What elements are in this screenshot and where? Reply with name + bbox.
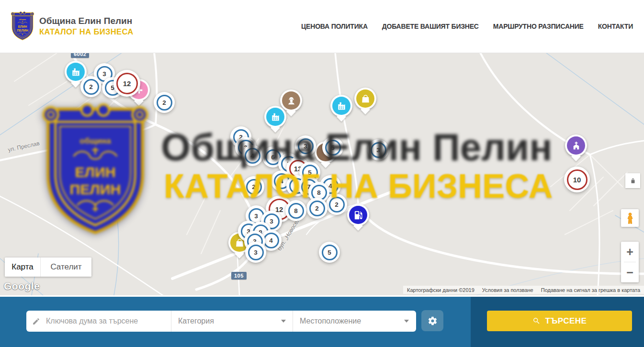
lock-button[interactable] <box>625 173 640 188</box>
map-type-satellite-button[interactable]: Сателит <box>40 257 91 277</box>
cluster-count: 2 <box>157 95 172 111</box>
search-bar: Категория Местоположение ТЪРСЕНЕ <box>0 297 644 347</box>
map-cluster-marker[interactable]: 2 <box>326 194 347 215</box>
cluster-count: 5 <box>322 245 338 260</box>
page: община ЕЛИН ПЕЛИН <box>0 0 644 347</box>
map-viewport[interactable]: ул. Преславбул. „Новоселции“6002105 3251… <box>0 53 644 295</box>
map-cluster-marker[interactable]: 2 <box>306 198 328 219</box>
map-cluster-marker[interactable]: 10 <box>564 167 590 192</box>
search-form: Категория Местоположение <box>26 311 416 332</box>
location-select[interactable]: Местоположение <box>293 311 416 332</box>
fuel-pin-marker[interactable] <box>347 204 369 226</box>
google-logo[interactable]: Google <box>4 280 40 292</box>
map-cluster-marker[interactable]: 5 <box>322 137 343 158</box>
advanced-settings-button[interactable] <box>421 310 443 331</box>
factory-icon <box>332 97 350 115</box>
gear-icon <box>428 316 438 326</box>
street-view-pegman-button[interactable] <box>621 209 639 227</box>
map-cluster-marker[interactable]: 3 <box>245 242 266 263</box>
cluster-count: 4 <box>263 233 279 248</box>
nav-pricing-link[interactable]: ЦЕНОВА ПОЛИТИКА <box>301 22 368 30</box>
category-select-value: Категория <box>178 317 214 325</box>
factory-pin-marker[interactable] <box>330 95 352 117</box>
attribution-report-link[interactable]: Подаване на сигнал за грешка в картата <box>541 287 640 293</box>
cluster-count: 4 <box>245 148 260 164</box>
cluster-count: 3 <box>371 142 386 158</box>
chevron-down-icon <box>281 320 286 323</box>
municipality-shield-icon <box>11 11 34 41</box>
nav-add-business-link[interactable]: ДОБАВЕТЕ ВАШИЯТ БИЗНЕС <box>382 22 479 30</box>
main-nav: ЦЕНОВА ПОЛИТИКА ДОБАВЕТЕ ВАШИЯТ БИЗНЕС М… <box>301 0 633 53</box>
search-button-label: ТЪРСЕНЕ <box>545 316 587 326</box>
cluster-count: 8 <box>288 203 304 219</box>
worker-pin-marker[interactable] <box>280 90 302 112</box>
cluster-count: 2 <box>329 197 345 213</box>
site-title: Община Елин Пелин <box>39 15 134 27</box>
map-type-map-button[interactable]: Карта <box>5 257 40 277</box>
category-select[interactable]: Категория <box>171 311 293 332</box>
lock-icon <box>630 178 636 184</box>
zoom-in-button[interactable]: + <box>621 242 639 262</box>
worker-icon <box>282 91 300 110</box>
pencil-icon <box>32 317 40 325</box>
site-subtitle: КАТАЛОГ НА БИЗНЕСА <box>39 27 134 37</box>
cluster-count: 5 <box>325 140 341 156</box>
attribution-terms-link[interactable]: Условия за ползване <box>482 287 533 293</box>
factory-icon <box>67 63 85 81</box>
nav-route-schedule-link[interactable]: МАРШРУТНО РАЗПИСАНИЕ <box>493 22 584 30</box>
cluster-count: 2 <box>309 201 325 216</box>
map-cluster-marker[interactable]: 5 <box>319 242 340 263</box>
bag-icon <box>356 90 374 108</box>
map-type-control: Карта Сателит <box>5 257 91 277</box>
factory-pin-marker[interactable] <box>264 106 286 128</box>
site-logo[interactable]: Община Елин Пелин КАТАЛОГ НА БИЗНЕСА <box>11 11 134 41</box>
cluster-count: 3 <box>248 245 264 260</box>
map-cluster-marker[interactable]: 4 <box>242 145 263 166</box>
chevron-down-icon <box>404 320 409 323</box>
map-markers-layer: 32512223353467135427248221283338433510 <box>0 53 644 295</box>
header: Община Елин Пелин КАТАЛОГ НА БИЗНЕСА ЦЕН… <box>0 0 644 53</box>
map-attribution: Картографски данни ©2019 Условия за полз… <box>403 286 644 294</box>
cluster-count: 12 <box>116 73 138 94</box>
factory-icon <box>266 108 284 126</box>
fuel-icon <box>349 206 367 224</box>
cluster-count: 10 <box>567 169 588 190</box>
cluster-count: 3 <box>298 138 314 154</box>
map-cluster-marker[interactable]: 2 <box>80 76 102 97</box>
church-icon <box>567 136 585 155</box>
search-icon <box>532 317 541 325</box>
cluster-count: 2 <box>246 179 262 195</box>
cluster-count: 2 <box>83 79 99 95</box>
map-cluster-marker[interactable]: 2 <box>154 92 175 113</box>
map-cluster-marker[interactable]: 12 <box>113 70 140 97</box>
map-cluster-marker[interactable]: 2 <box>243 176 264 197</box>
map-cluster-marker[interactable]: 3 <box>295 135 316 157</box>
church-pin-marker[interactable] <box>565 134 587 157</box>
bag-pin-marker[interactable] <box>354 88 376 110</box>
pegman-icon <box>625 212 635 224</box>
nav-contacts-link[interactable]: КОНТАКТИ <box>598 22 633 30</box>
keyword-field[interactable] <box>26 311 171 332</box>
map-cluster-marker[interactable]: 8 <box>285 200 306 221</box>
keyword-input[interactable] <box>45 316 165 326</box>
zoom-out-button[interactable]: − <box>621 262 639 282</box>
map-cluster-marker[interactable]: 3 <box>368 139 389 160</box>
zoom-control: + − <box>621 242 639 282</box>
attribution-copyright: Картографски данни ©2019 <box>407 287 475 293</box>
search-button[interactable]: ТЪРСЕНЕ <box>487 311 632 331</box>
location-select-value: Местоположение <box>300 317 361 325</box>
